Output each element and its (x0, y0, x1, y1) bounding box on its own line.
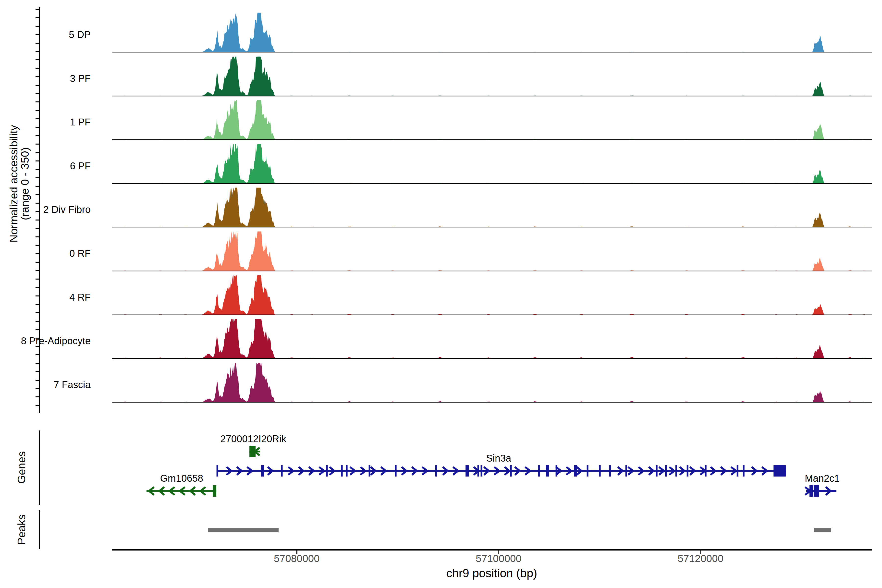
y-axis-tick (36, 279, 39, 279)
exon (609, 465, 611, 477)
exon (546, 465, 549, 477)
signal-track-7-fascia (112, 361, 872, 403)
track-label-1-pf: 1 PF (0, 116, 91, 128)
track-label-8-pre-adipocyte: 8 Pre-Adipocyte (0, 334, 91, 347)
y-axis-tick (36, 26, 39, 27)
signal-track-6-pf (112, 142, 872, 184)
x-axis-tick-label: 57080000 (274, 553, 320, 564)
y-axis-tick (36, 228, 39, 229)
track-label-4-rf: 4 RF (0, 291, 91, 303)
signal-area (112, 144, 872, 183)
y-axis-tick (36, 304, 39, 305)
signal-area (112, 275, 872, 315)
exon (626, 465, 627, 477)
y-axis-tick (36, 329, 39, 330)
y-axis-tick (36, 9, 39, 10)
y-axis-tick (36, 321, 39, 322)
exon (217, 465, 218, 477)
y-axis-tick (36, 194, 39, 195)
exon (341, 465, 343, 477)
y-axis-tick (36, 219, 39, 220)
y-axis-tick (36, 135, 39, 136)
y-axis-tick (36, 371, 39, 372)
peaks-y-axis (39, 510, 40, 549)
y-axis-tick (36, 262, 39, 262)
exon (346, 465, 348, 477)
y-axis-tick (36, 354, 39, 355)
y-axis-tick (36, 59, 39, 60)
y-axis-tick (36, 110, 39, 111)
signal-track-2-div-fibro (112, 186, 872, 228)
signal-area (112, 13, 872, 52)
track-label-6-pf: 6 PF (0, 159, 91, 172)
x-axis-tick-label: 57120000 (678, 553, 723, 564)
track-label-5-dp: 5 DP (0, 28, 91, 41)
exon (599, 465, 601, 477)
signal-area (112, 56, 872, 96)
peak-region-bar (208, 528, 278, 532)
y-axis-tick (36, 270, 39, 271)
y-axis-tick (36, 43, 39, 44)
y-axis-tick (36, 312, 39, 313)
signal-track-8-pre-adipocyte (112, 317, 872, 359)
exon (587, 465, 588, 477)
genes-section-label: Genes (15, 451, 28, 484)
x-axis-tick-label: 57100000 (476, 553, 522, 564)
y-axis-tick (36, 101, 39, 102)
exon (326, 465, 328, 477)
exon (435, 465, 437, 477)
exon (213, 485, 216, 496)
y-axis-tick (36, 405, 39, 406)
y-axis-label-line1: Normalized accessibility (8, 125, 20, 243)
signal-track-3-pf (112, 55, 872, 97)
y-axis-tick (36, 245, 39, 246)
exon (261, 465, 264, 477)
exon (815, 485, 819, 496)
y-axis-tick (36, 177, 39, 178)
track-label-0-rf: 0 RF (0, 247, 91, 260)
exon (574, 465, 577, 477)
signal-area (112, 319, 872, 358)
signal-area (112, 231, 872, 271)
y-axis-tick (36, 287, 39, 288)
exon (656, 465, 658, 477)
track-label-3-pf: 3 PF (0, 72, 91, 85)
y-axis-tick (36, 186, 39, 187)
track-label-7-fascia: 7 Fascia (0, 378, 91, 391)
y-axis-tick (36, 68, 39, 69)
exon (369, 465, 370, 477)
exon (395, 465, 397, 477)
peaks-section-label: Peaks (15, 514, 28, 545)
gene-label-sin3a: Sin3a (486, 453, 511, 464)
y-axis-tick (36, 396, 39, 398)
y-axis-tick (36, 51, 39, 52)
exon (481, 465, 482, 477)
genes-y-axis (39, 430, 40, 505)
signal-track-1-pf (112, 99, 872, 141)
track-label-2-div-fibro: 2 Div Fibro (0, 203, 91, 216)
signal-track-0-rf (112, 230, 872, 272)
exon (774, 465, 786, 477)
x-axis-line (112, 549, 872, 550)
signal-area (112, 363, 872, 402)
y-axis-tick (36, 144, 39, 144)
exon (814, 485, 815, 496)
exon (743, 465, 744, 477)
gene-label-gm10658: Gm10658 (160, 473, 203, 484)
signal-track-4-rf (112, 274, 872, 316)
y-axis-tick (36, 363, 39, 364)
y-axis-tick (36, 85, 39, 86)
exon (281, 465, 283, 477)
coverage-plot: Normalized accessibility (range 0 - 350)… (0, 0, 882, 588)
exon (538, 465, 540, 477)
peak-region-bar (814, 528, 831, 532)
exon (465, 465, 469, 477)
y-axis-tick (36, 17, 39, 18)
gene-label-2700012i20rik: 2700012I20Rik (220, 434, 286, 444)
x-axis-title: chr9 position (bp) (446, 567, 537, 580)
y-axis-tick (36, 236, 39, 237)
y-axis-tick (36, 152, 39, 153)
signal-track-5-dp (112, 11, 872, 53)
y-axis-tick (36, 93, 39, 94)
exon (687, 465, 688, 477)
